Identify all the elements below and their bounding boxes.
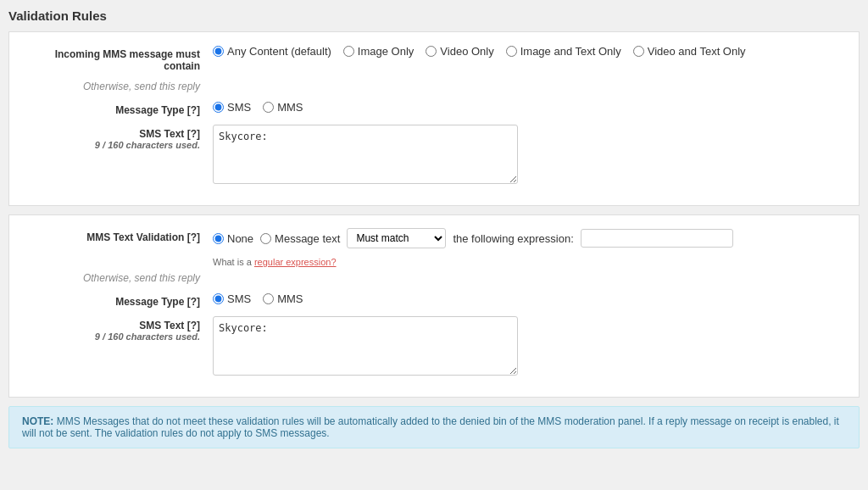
- match-select[interactable]: Must match Must not match: [347, 228, 446, 248]
- sms-text-label-2: SMS Text [?] 9 / 160 characters used.: [26, 316, 213, 342]
- regular-expression-link[interactable]: regular expression?: [254, 257, 337, 267]
- expression-label: the following expression:: [453, 232, 573, 245]
- otherwise-row-1: Otherwise, send this reply: [26, 81, 842, 92]
- mms-validation-options: None Message text Must match Must not ma…: [213, 228, 733, 248]
- note-bar: NOTE: MMS Messages that do not meet thes…: [8, 406, 860, 448]
- option-video-only-label: Video Only: [440, 45, 493, 58]
- option-video-text-only-label: Video and Text Only: [648, 45, 746, 58]
- section-mms-content: Incoming MMS message must contain Any Co…: [8, 31, 860, 206]
- mms-validation-label: MMS Text Validation [?]: [26, 228, 213, 243]
- option-image-text-only[interactable]: Image and Text Only: [506, 45, 621, 58]
- sms-text-control-1: Skycore:: [213, 125, 842, 184]
- message-type-label-1: Message Type [?]: [26, 101, 213, 116]
- otherwise-label-2: Otherwise, send this reply: [26, 272, 213, 284]
- option-mms-2[interactable]: MMS: [263, 292, 303, 305]
- option-none[interactable]: None: [213, 232, 253, 245]
- option-sms-2-label: SMS: [227, 292, 251, 305]
- sms-text-row-2: SMS Text [?] 9 / 160 characters used. Sk…: [26, 316, 842, 376]
- option-sms-2[interactable]: SMS: [213, 292, 251, 305]
- option-image-only[interactable]: Image Only: [343, 45, 414, 58]
- message-type-options-1: SMS MMS: [213, 101, 842, 114]
- option-video-only[interactable]: Video Only: [426, 45, 493, 58]
- option-any-content-label: Any Content (default): [227, 45, 331, 58]
- otherwise-row-2: Otherwise, send this reply: [26, 272, 842, 284]
- note-text: MMS Messages that do not meet these vali…: [22, 415, 839, 439]
- chars-used-2: 9 / 160 characters used.: [26, 331, 200, 342]
- option-message-text[interactable]: Message text: [260, 232, 340, 245]
- message-type-options-2: SMS MMS: [213, 292, 842, 305]
- sms-textarea-2[interactable]: Skycore:: [213, 316, 518, 376]
- option-image-text-only-label: Image and Text Only: [520, 45, 621, 58]
- expression-input[interactable]: [581, 229, 733, 248]
- mms-content-label: Incoming MMS message must contain: [26, 45, 213, 72]
- option-sms-1-label: SMS: [227, 101, 251, 114]
- option-mms-2-label: MMS: [277, 292, 303, 305]
- option-mms-1-label: MMS: [277, 101, 303, 114]
- option-sms-1[interactable]: SMS: [213, 101, 251, 114]
- what-is-text: What is a: [213, 257, 252, 267]
- mms-validation-control: None Message text Must match Must not ma…: [213, 228, 842, 248]
- message-type-row-1: Message Type [?] SMS MMS: [26, 101, 842, 116]
- message-type-radio-group-1: SMS MMS: [213, 101, 303, 114]
- otherwise-label-1: Otherwise, send this reply: [26, 81, 213, 92]
- option-none-label: None: [227, 232, 253, 245]
- sms-text-control-2: Skycore:: [213, 316, 842, 376]
- option-mms-1[interactable]: MMS: [263, 101, 303, 114]
- note-bold: NOTE:: [22, 415, 53, 427]
- section-mms-validation: MMS Text Validation [?] None Message tex…: [8, 214, 860, 398]
- what-is-row: What is a regular expression?: [213, 257, 842, 267]
- mms-content-options: Any Content (default) Image Only Video O…: [213, 45, 842, 58]
- option-any-content[interactable]: Any Content (default): [213, 45, 331, 58]
- chars-used-1: 9 / 160 characters used.: [26, 140, 200, 150]
- page-title: Validation Rules: [8, 8, 860, 23]
- message-type-label-2: Message Type [?]: [26, 292, 213, 308]
- sms-text-label-1: SMS Text [?] 9 / 160 characters used.: [26, 125, 213, 150]
- mms-content-row: Incoming MMS message must contain Any Co…: [26, 45, 842, 72]
- option-video-text-only[interactable]: Video and Text Only: [633, 45, 746, 58]
- option-image-only-label: Image Only: [358, 45, 414, 58]
- content-radio-group: Any Content (default) Image Only Video O…: [213, 45, 746, 58]
- message-type-row-2: Message Type [?] SMS MMS: [26, 292, 842, 308]
- mms-validation-row: MMS Text Validation [?] None Message tex…: [26, 228, 842, 248]
- sms-textarea-1[interactable]: Skycore:: [213, 125, 518, 184]
- sms-text-row-1: SMS Text [?] 9 / 160 characters used. Sk…: [26, 125, 842, 184]
- message-type-radio-group-2: SMS MMS: [213, 292, 303, 305]
- option-message-text-label: Message text: [275, 232, 340, 245]
